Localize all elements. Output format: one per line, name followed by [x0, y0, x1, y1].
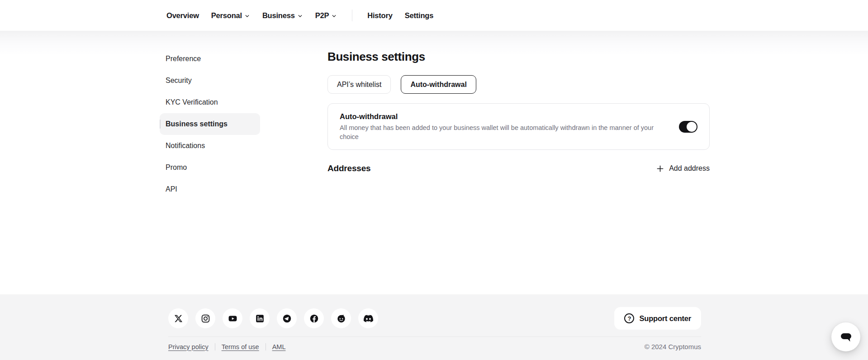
add-address-button[interactable]: Add address: [655, 164, 710, 173]
copyright: © 2024 Cryptomus: [645, 343, 701, 350]
privacy-policy-link[interactable]: Privacy policy: [168, 343, 209, 350]
sidebar-item-label: Business settings: [166, 120, 228, 128]
reddit-icon[interactable]: [331, 308, 351, 328]
discord-icon[interactable]: [358, 308, 378, 328]
x-twitter-icon[interactable]: [168, 308, 188, 328]
sidebar-item-api[interactable]: API: [160, 178, 260, 200]
toggle-knob: [687, 122, 697, 132]
footer-top-row: ? Support center: [168, 307, 701, 330]
page: Overview Personal Business P2P History S…: [0, 0, 868, 360]
chat-bubble-icon: [839, 330, 853, 344]
main-nav: Overview Personal Business P2P History S…: [166, 10, 433, 21]
chevron-down-icon: [331, 13, 337, 19]
sidebar-item-security[interactable]: Security: [160, 70, 260, 91]
nav-business[interactable]: Business: [262, 11, 303, 20]
nav-settings[interactable]: Settings: [405, 11, 434, 20]
support-center-button[interactable]: ? Support center: [614, 307, 701, 330]
nav-history[interactable]: History: [367, 11, 392, 20]
footer-bottom-row: Privacy policy Terms of use AML © 2024 C…: [168, 337, 701, 350]
tab-apis-whitelist[interactable]: API’s whitelist: [327, 75, 391, 94]
nav-overview-label: Overview: [166, 11, 199, 20]
plus-icon: [655, 164, 665, 173]
aml-link[interactable]: AML: [272, 343, 286, 350]
auto-withdrawal-description: All money that has been added to your bu…: [340, 123, 656, 141]
telegram-icon[interactable]: [277, 308, 297, 328]
support-center-label: Support center: [639, 314, 691, 323]
settings-tabs: API’s whitelist Auto-withdrawal: [327, 75, 710, 94]
linkedin-icon[interactable]: [250, 308, 270, 328]
link-separator: [266, 343, 266, 350]
auto-withdrawal-toggle[interactable]: [679, 121, 697, 133]
sidebar-item-label: Security: [166, 77, 192, 85]
facebook-icon[interactable]: [304, 308, 324, 328]
nav-p2p[interactable]: P2P: [315, 11, 337, 20]
nav-history-label: History: [367, 11, 392, 20]
instagram-icon[interactable]: [195, 308, 215, 328]
auto-withdrawal-card: Auto-withdrawal All money that has been …: [327, 103, 710, 150]
nav-personal-label: Personal: [211, 11, 242, 20]
auto-withdrawal-text: Auto-withdrawal All money that has been …: [340, 112, 656, 141]
addresses-section-header: Addresses Add address: [327, 163, 710, 173]
nav-settings-label: Settings: [405, 11, 434, 20]
nav-divider: [352, 10, 352, 21]
sidebar-item-label: Preference: [166, 55, 201, 63]
legal-links: Privacy policy Terms of use AML: [168, 343, 285, 350]
auto-withdrawal-title: Auto-withdrawal: [340, 112, 656, 121]
sidebar-item-label: Notifications: [166, 142, 205, 150]
chat-widget-button[interactable]: [831, 322, 860, 351]
sidebar-item-promo[interactable]: Promo: [160, 157, 260, 178]
sidebar-item-label: API: [166, 185, 177, 193]
settings-sidebar: Preference Security KYC Verification Bus…: [160, 31, 260, 294]
chevron-down-icon: [244, 13, 250, 19]
sidebar-item-kyc-verification[interactable]: KYC Verification: [160, 91, 260, 113]
sidebar-item-label: Promo: [166, 163, 187, 172]
nav-business-label: Business: [262, 11, 295, 20]
page-title: Business settings: [327, 50, 710, 63]
nav-p2p-label: P2P: [315, 11, 329, 20]
sidebar-item-notifications[interactable]: Notifications: [160, 135, 260, 157]
top-nav: Overview Personal Business P2P History S…: [0, 0, 868, 31]
chevron-down-icon: [297, 13, 303, 19]
sidebar-item-label: KYC Verification: [166, 98, 218, 106]
social-links: [168, 308, 378, 328]
sidebar-item-preference[interactable]: Preference: [160, 48, 260, 70]
content-area: Preference Security KYC Verification Bus…: [0, 31, 868, 294]
nav-personal[interactable]: Personal: [211, 11, 250, 20]
nav-overview[interactable]: Overview: [166, 11, 199, 20]
question-mark-icon: ?: [624, 313, 634, 323]
addresses-title: Addresses: [327, 163, 370, 173]
tab-auto-withdrawal[interactable]: Auto-withdrawal: [401, 75, 476, 94]
link-separator: [215, 343, 215, 350]
sidebar-item-business-settings[interactable]: Business settings: [160, 113, 260, 135]
youtube-icon[interactable]: [223, 308, 242, 328]
add-address-label: Add address: [669, 164, 710, 173]
terms-of-use-link[interactable]: Terms of use: [222, 343, 259, 350]
main-panel: Business settings API’s whitelist Auto-w…: [327, 31, 710, 294]
tab-label: API’s whitelist: [337, 81, 381, 89]
footer: ? Support center Privacy policy Terms of…: [0, 294, 868, 360]
tab-label: Auto-withdrawal: [410, 81, 466, 89]
